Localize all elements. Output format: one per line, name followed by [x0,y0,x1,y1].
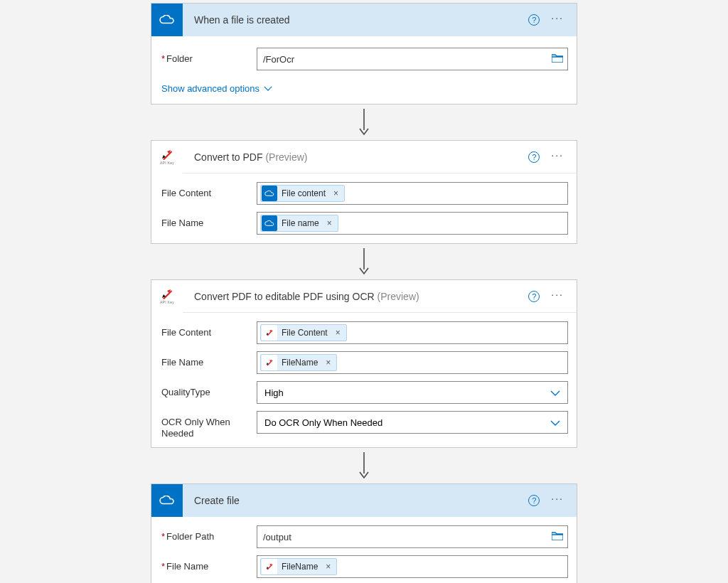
quality-type-select[interactable]: High [257,381,568,404]
more-menu-icon[interactable]: ··· [551,12,564,28]
step-header[interactable]: Create file ? ··· [151,484,577,517]
file-content-label: File Content [160,321,257,338]
file-content-input[interactable]: File Content × [257,321,568,344]
more-menu-icon[interactable]: ··· [551,149,564,165]
show-advanced-link[interactable]: Show advanced options [160,77,568,98]
flow-designer: When a file is created ? ··· *Folder /Fo… [151,3,577,583]
remove-token-icon[interactable]: × [323,562,336,572]
apikey-connector-icon: API Key [151,141,183,173]
cloud-icon [262,186,277,201]
step-title: Convert PDF to editable PDF using OCR (P… [183,291,528,302]
step-trigger-card: When a file is created ? ··· *Folder /Fo… [151,3,577,105]
connector-arrow [151,248,577,275]
chevron-down-icon [550,417,560,428]
help-icon[interactable]: ? [528,14,540,26]
help-icon[interactable]: ? [528,495,540,506]
step-convert-pdf-card: API Key Convert to PDF (Preview) ? ··· F… [151,140,577,244]
folder-picker-icon[interactable] [552,53,563,65]
remove-token-icon[interactable]: × [323,358,336,368]
connector-arrow [151,109,577,136]
step-header[interactable]: API Key Convert to PDF (Preview) ? ··· [151,141,577,173]
dynamic-token[interactable]: FileName × [260,558,337,575]
dynamic-token[interactable]: File Content × [260,324,347,341]
file-content-input[interactable]: File content × [257,182,568,205]
file-name-input[interactable]: FileName × [257,555,568,578]
file-name-label: File Name [160,212,257,229]
step-create-file-card: Create file ? ··· *Folder Path /output [151,483,577,583]
step-title: Create file [183,495,528,506]
cloud-icon [262,215,277,231]
more-menu-icon[interactable]: ··· [551,289,564,304]
onedrive-icon [151,4,183,36]
chevron-down-icon [550,387,560,398]
folder-picker-icon[interactable] [552,531,563,542]
apikey-connector-icon: API Key [151,280,183,313]
step-ocr-card: API Key Convert PDF to editable PDF usin… [151,279,577,448]
onedrive-icon [151,484,183,517]
file-content-label: File Content [160,182,257,199]
folder-path-label: *Folder Path [160,525,257,542]
help-icon[interactable]: ? [528,151,540,163]
file-name-label: *File Name [160,555,257,572]
apikey-icon [262,355,277,370]
remove-token-icon[interactable]: × [331,188,344,198]
remove-token-icon[interactable]: × [324,218,338,228]
folder-input[interactable]: /ForOcr [257,48,568,70]
folder-path-input[interactable]: /output [257,525,568,548]
apikey-icon [262,559,277,574]
dynamic-token[interactable]: File content × [260,185,345,202]
file-name-label: File Name [160,351,257,368]
help-icon[interactable]: ? [528,291,540,302]
step-header[interactable]: When a file is created ? ··· [151,4,577,36]
file-name-input[interactable]: FileName × [257,351,568,374]
quality-type-label: QualityType [160,381,257,398]
ocr-only-when-needed-label: OCR Only When Needed [160,411,257,439]
step-title: When a file is created [183,14,528,26]
dynamic-token[interactable]: File name × [260,215,338,232]
remove-token-icon[interactable]: × [333,328,346,338]
folder-label: *Folder [160,48,257,65]
more-menu-icon[interactable]: ··· [551,493,564,508]
connector-arrow [151,452,577,479]
apikey-icon [262,325,277,341]
ocr-only-when-needed-select[interactable]: Do OCR Only When Needed [257,411,568,434]
file-name-input[interactable]: File name × [257,212,568,235]
step-title: Convert to PDF (Preview) [183,151,528,163]
dynamic-token[interactable]: FileName × [260,354,337,371]
step-header[interactable]: API Key Convert PDF to editable PDF usin… [151,280,577,313]
